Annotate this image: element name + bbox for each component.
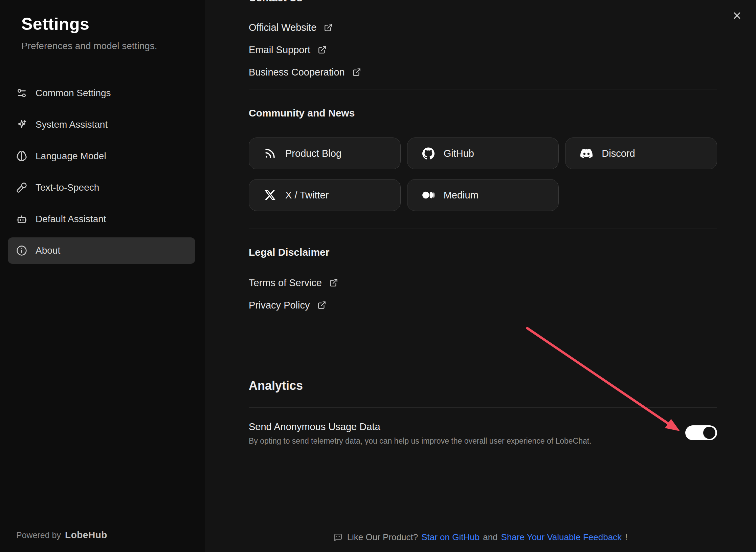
footer-text: Like Our Product? [347,532,418,543]
divider [249,407,717,408]
github-icon [422,147,435,160]
link-label: Business Cooperation [249,67,345,78]
page-subtitle: Preferences and model settings. [21,41,205,51]
brain-icon [16,151,27,162]
button-label: Product Blog [285,148,341,159]
telemetry-toggle[interactable] [685,425,717,440]
sidebar-item-label: Default Assistant [36,214,106,225]
info-icon [16,245,27,256]
sidebar-item-label: Common Settings [36,88,111,99]
mic-icon [16,182,27,193]
telemetry-setting-description: By opting to send telemetry data, you ca… [249,436,592,446]
sidebar-item-label: System Assistant [36,119,108,130]
sidebar-item-label: Text-to-Speech [36,182,99,193]
x-icon [264,189,276,201]
external-link-icon [324,23,333,32]
discord-icon [580,147,593,160]
sidebar-item-language-model[interactable]: Language Model [8,143,195,169]
legal-heading: Legal Disclaimer [249,246,717,259]
powered-by-label: Powered by [16,530,61,540]
link-label: Terms of Service [249,277,322,289]
sidebar-item-common-settings[interactable]: Common Settings [8,80,195,106]
telemetry-setting-title: Send Anonymous Usage Data [249,419,592,434]
email-support-link[interactable]: Email Support [249,42,327,57]
footer-text: and [483,532,497,543]
medium-button[interactable]: Medium [407,179,559,211]
link-label: Privacy Policy [249,300,310,311]
divider [249,89,717,89]
footer-text: ! [625,532,627,543]
sliders-icon [16,88,27,99]
bot-icon [16,214,27,225]
terms-of-service-link[interactable]: Terms of Service [249,275,338,290]
analytics-heading: Analytics [249,378,717,394]
business-cooperation-link[interactable]: Business Cooperation [249,65,361,80]
sidebar-item-default-assistant[interactable]: Default Assistant [8,206,195,232]
privacy-policy-link[interactable]: Privacy Policy [249,298,326,313]
lobehub-brand[interactable]: LobeHub [65,530,107,540]
page-title: Settings [21,14,205,34]
telemetry-setting-row: Send Anonymous Usage Data By opting to s… [249,419,717,446]
external-link-icon [352,68,361,77]
button-label: X / Twitter [285,190,329,201]
link-label: Official Website [249,22,316,33]
community-heading: Community and News [249,106,717,120]
sidebar-nav: Common Settings System Assistant Languag… [0,80,205,264]
link-label: Email Support [249,44,310,56]
powered-by: Powered by LobeHub [16,530,107,540]
sparkles-icon [16,119,27,130]
feedback-footer: Like Our Product? Star on GitHub and Sha… [205,532,756,543]
official-website-link[interactable]: Official Website [249,20,333,35]
external-link-icon [317,301,326,310]
sidebar-item-label: About [36,245,60,256]
sidebar-item-text-to-speech[interactable]: Text-to-Speech [8,174,195,201]
sidebar-item-label: Language Model [36,151,106,162]
button-label: Medium [444,190,479,201]
external-link-icon [318,45,327,54]
divider [249,229,717,229]
telemetry-setting-text: Send Anonymous Usage Data By opting to s… [249,419,592,446]
external-link-icon [329,278,338,287]
share-feedback-link[interactable]: Share Your Valuable Feedback [501,532,622,543]
about-panel: Contact Us Official Website Email Suppor… [205,0,756,552]
medium-icon [422,189,435,201]
product-blog-button[interactable]: Product Blog [249,137,401,169]
contact-heading: Contact Us [249,0,717,5]
button-label: GitHub [444,148,474,159]
github-button[interactable]: GitHub [407,137,559,169]
star-on-github-link[interactable]: Star on GitHub [421,532,480,543]
sidebar-item-system-assistant[interactable]: System Assistant [8,111,195,138]
close-icon[interactable] [730,9,744,22]
message-icon [334,533,342,542]
toggle-knob [703,427,715,439]
x-twitter-button[interactable]: X / Twitter [249,179,401,211]
rss-icon [264,147,276,160]
legal-links: Terms of Service Privacy Policy [249,275,717,313]
sidebar-item-about[interactable]: About [8,237,195,264]
contact-links: Official Website Email Support Business … [249,20,717,80]
button-label: Discord [602,148,635,159]
discord-button[interactable]: Discord [565,137,717,169]
settings-sidebar: Settings Preferences and model settings.… [0,0,205,552]
community-buttons: Product Blog GitHub Discord X / Twitter … [249,137,717,211]
